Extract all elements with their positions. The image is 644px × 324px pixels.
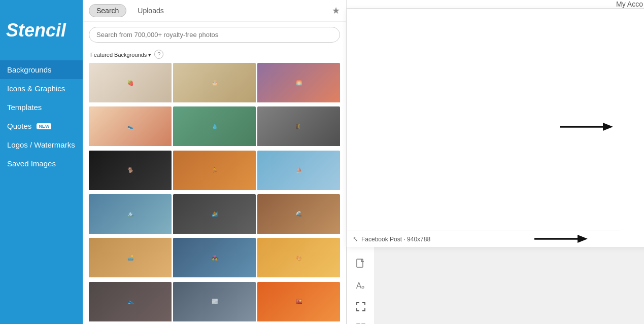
tab-search[interactable]: Search <box>89 4 126 17</box>
canvas-main: ⤡ Facebook Post · 940x788 <box>347 9 644 247</box>
grid-image: 🏃 <box>173 151 256 190</box>
canvas-size-label: Facebook Post · 940x788 <box>361 236 430 243</box>
expand-resize-icon[interactable] <box>352 298 370 316</box>
featured-header: Featured Backgrounds▾ ? <box>83 48 346 63</box>
grid-image: 🏔️ <box>89 194 172 234</box>
arrow-bottom-indicator <box>534 232 590 246</box>
grid-item-16[interactable]: 👟 <box>89 282 172 324</box>
grid-item-13[interactable]: 🛋️ <box>89 238 172 280</box>
sidebar-item-label: Icons & Graphics <box>7 84 65 93</box>
sidebar-item-label: Logos / Watermarks <box>7 140 75 149</box>
grid-image: 🧗 <box>257 106 340 146</box>
grid-item-15[interactable]: 🎨 <box>257 238 340 280</box>
grid-image: 🎨 <box>257 238 340 277</box>
sidebar-item-label: Backgrounds <box>7 65 52 74</box>
grid-item-8[interactable]: 🏃 <box>173 151 256 193</box>
grid-item-3[interactable]: 🌅 <box>257 63 340 105</box>
grid-item-4[interactable]: 👟 <box>89 106 172 149</box>
canvas-area: My Acco ⤡ Facebook Post · 940x788 <box>347 0 644 324</box>
sidebar-item-backgrounds[interactable]: Backgrounds <box>0 60 83 79</box>
featured-title[interactable]: Featured Backgrounds▾ <box>89 50 151 58</box>
sidebar-item-label: Templates <box>7 103 42 112</box>
sidebar-item-logos-watermarks[interactable]: Logos / Watermarks <box>0 135 83 154</box>
grid-image: 🌫️ <box>173 282 256 321</box>
search-box-wrap <box>83 22 346 48</box>
grid-image: 👟 <box>89 106 172 146</box>
grid-image: 🌅 <box>257 63 340 102</box>
sidebar-item-saved-images[interactable]: Saved Images <box>0 154 83 173</box>
grid-image: 🍓 <box>89 63 172 102</box>
grid-image: 🏄 <box>173 194 256 234</box>
sidebar-item-templates[interactable]: Templates <box>0 98 83 117</box>
grid-image: 🎂 <box>173 63 256 102</box>
grid-image: 💧 <box>173 106 256 146</box>
expand-icon-bottom: ⤡ <box>353 235 358 243</box>
grid-item-9[interactable]: ⛵ <box>257 151 340 193</box>
my-account-button[interactable]: My Acco <box>616 0 643 8</box>
grid-item-12[interactable]: 🌊 <box>257 194 340 236</box>
grid-item-5[interactable]: 💧 <box>173 106 256 149</box>
grid-item-6[interactable]: 🧗 <box>257 106 340 149</box>
document-icon[interactable] <box>352 255 370 273</box>
image-grid: 🍓🎂🌅👟💧🧗🐕🏃⛵🏔️🏄🌊🛋️💑🎨👟🌫️🌇 <box>83 63 346 324</box>
grid-image: 🛋️ <box>89 238 172 277</box>
grid-item-18[interactable]: 🌇 <box>257 282 340 324</box>
sidebar-item-label: Quotes <box>7 122 31 130</box>
logo-area: Stencil <box>0 0 83 60</box>
grid-item-2[interactable]: 🎂 <box>173 63 256 105</box>
svg-marker-3 <box>578 235 588 243</box>
grid-icon[interactable] <box>352 319 370 324</box>
app-logo: Stencil <box>6 20 66 41</box>
sidebar-item-quotes[interactable]: QuotesNEW <box>0 117 83 135</box>
grid-item-17[interactable]: 🌫️ <box>173 282 256 324</box>
grid-image: 💑 <box>173 238 256 277</box>
arrow-right-indicator <box>560 120 616 136</box>
text-icon[interactable]: Aₒ <box>352 276 370 295</box>
sidebar-item-label: Saved Images <box>7 159 56 168</box>
grid-item-10[interactable]: 🏔️ <box>89 194 172 236</box>
svg-rect-4 <box>357 259 363 267</box>
search-input[interactable] <box>89 27 340 43</box>
right-toolbar: Aₒ <box>347 247 374 324</box>
svg-marker-1 <box>603 123 613 131</box>
grid-item-7[interactable]: 🐕 <box>89 151 172 193</box>
grid-item-14[interactable]: 💑 <box>173 238 256 280</box>
sidebar-item-icons-graphics[interactable]: Icons & Graphics <box>0 79 83 98</box>
grid-image: 🌇 <box>257 282 340 321</box>
canvas-topbar: My Acco <box>347 0 644 9</box>
middle-panel: Search Uploads ★ Featured Backgrounds▾ ?… <box>83 0 347 324</box>
grid-image: 🐕 <box>89 151 172 190</box>
grid-item-1[interactable]: 🍓 <box>89 63 172 105</box>
help-icon[interactable]: ? <box>154 50 163 59</box>
sidebar: Stencil BackgroundsIcons & GraphicsTempl… <box>0 0 83 324</box>
grid-image: 🌊 <box>257 194 340 234</box>
grid-item-11[interactable]: 🏄 <box>173 194 256 236</box>
grid-image: 👟 <box>89 282 172 321</box>
new-badge: NEW <box>37 123 51 129</box>
canvas-bottom-bar: ⤡ Facebook Post · 940x788 <box>347 231 621 247</box>
sidebar-items: BackgroundsIcons & GraphicsTemplatesQuot… <box>0 60 83 173</box>
grid-image: ⛵ <box>257 151 340 190</box>
tab-bar: Search Uploads ★ <box>83 0 346 22</box>
star-icon[interactable]: ★ <box>332 5 340 16</box>
tab-uploads[interactable]: Uploads <box>130 5 171 17</box>
